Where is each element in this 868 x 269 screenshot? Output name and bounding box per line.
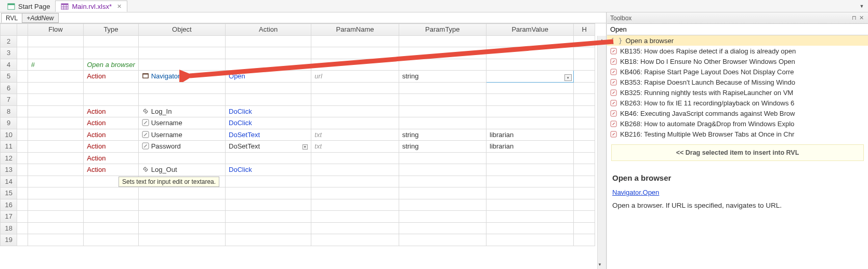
table-row: 17 [1,211,595,223]
cell-paramvalue-active[interactable]: ▾ [486,71,574,83]
cell-paramvalue[interactable]: librarian [486,141,574,153]
toolbox-item-selected[interactable]: { } Open a browser [607,35,868,46]
table-row: 13 Action Log_Out DoClick [1,164,595,176]
col-object[interactable]: Object [138,24,225,36]
kb-icon [610,110,617,117]
cell-action[interactable]: DoSetText [226,129,311,141]
dropdown-icon[interactable]: ▾ [303,144,308,150]
svg-rect-3 [61,3,68,5]
cell-object[interactable]: Password [138,141,225,153]
svg-rect-1 [8,3,15,5]
toolbox-panel: Toolbox ⊓ ✕ { } Open a browser KB135: Ho… [607,12,868,269]
cell-object[interactable]: Navigator [138,71,225,83]
col-paramvalue[interactable]: ParamValue [486,24,574,36]
cell-paramtype[interactable]: string [399,141,486,153]
tooltip: Sets text for input edit or textarea. [119,177,219,187]
table-row: 3 [1,47,595,59]
cell-type[interactable]: Action [84,152,138,164]
table-row: 18 [1,222,595,234]
cell-type[interactable]: Action [84,117,138,129]
cell-paramname[interactable]: txt [311,141,399,153]
table-row: 16 [1,199,595,211]
table-row: 7 [1,94,595,106]
kb-icon [610,79,617,86]
toolbox-item[interactable]: KB268: How to automate Drag&Drop from Wi… [607,118,868,129]
kb-icon [610,69,617,75]
toolbox-item[interactable]: KB46: Executing JavaScript commands agai… [607,108,868,118]
toolbox-item[interactable]: KB325: Running nightly tests with Rapise… [607,87,868,98]
col-flow[interactable]: Flow [28,24,84,36]
kb-icon [610,131,617,138]
pin-icon[interactable]: ⊓ [850,15,858,21]
cell-object[interactable]: Log_Out [138,164,225,176]
cell-type[interactable]: Action [84,164,138,176]
cell-comment[interactable]: Open a browser [84,59,138,71]
doc-body: Open a browser. If URL is specified, nav… [612,201,863,209]
table-row: 4 # Open a browser [1,59,595,71]
cell-flow-hash[interactable]: # [28,59,84,71]
toolbox-item[interactable]: KB18: How Do I Ensure No Other Browser W… [607,56,868,66]
col-paramname[interactable]: ParamName [311,24,399,36]
toolbox-title: Toolbox [610,15,632,22]
toolbox-item[interactable]: KB263: How to fix IE 11 recording/playba… [607,98,868,108]
toolbox-search-input[interactable] [607,24,868,35]
cell-object[interactable]: Username [138,129,225,141]
table-row: 8 Action Log_In DoClick [1,105,595,117]
rvl-grid[interactable]: Flow Type Object Action ParamName ParamT… [0,23,606,269]
link-icon [142,107,149,115]
table-row: 19 [1,234,595,246]
close-icon[interactable]: ✕ [117,3,122,10]
tab-rvl[interactable]: RVL [1,13,22,23]
cell-paramtype[interactable]: string [399,129,486,141]
scroll-down-icon[interactable]: ▼ [598,260,602,269]
table-row: 11 Action Password DoSetText▾ txt string… [1,141,595,153]
cell-type[interactable]: Action [84,105,138,117]
cell-action[interactable]: DoSetText▾ [226,141,311,153]
tab-main-file[interactable]: Main.rvl.xlsx* ✕ [55,1,127,12]
scroll-up-icon[interactable]: ▲ [598,36,606,45]
table-row: 12 Action [1,152,595,164]
grid-scrollbar[interactable]: ▲ ▼ [597,36,606,269]
cell-paramname[interactable]: url [311,71,399,83]
toolbox-item[interactable]: KB353: Rapise Doesn't Launch Because of … [607,77,868,87]
table-row: 2 [1,35,595,47]
doc-link[interactable]: Navigator.Open [612,189,659,196]
close-icon[interactable]: ✕ [858,15,865,21]
cell-paramvalue[interactable]: librarian [486,129,574,141]
cell-type[interactable]: Action [84,141,138,153]
edit-icon [142,131,149,138]
sheet-tabs: RVL +AddNew [0,12,606,23]
table-row: 15 [1,187,595,199]
kb-icon [610,48,617,55]
tab-start-page[interactable]: Start Page [2,1,55,12]
kb-icon [610,120,617,127]
cell-action[interactable]: DoClick [226,117,311,129]
cell-object[interactable]: Username [138,117,225,129]
cell-action[interactable]: Open [226,71,311,83]
toolbox-item[interactable]: KB135: How does Rapise detect if a dialo… [607,46,868,56]
col-action[interactable]: Action [226,24,311,36]
doc-title: Open a browser [612,173,863,182]
tab-add-new[interactable]: +AddNew [22,13,58,23]
cell-object[interactable]: Log_In [138,105,225,117]
toolbox-item[interactable]: KB216: Testing Multiple Web Browser Tabs… [607,129,868,139]
cell-action[interactable]: DoClick [226,164,311,176]
kb-icon [610,58,617,65]
col-type[interactable]: Type [84,24,138,36]
table-row: 6 [1,82,595,94]
cell-paramname[interactable]: txt [311,129,399,141]
cell-type[interactable]: Action [84,71,138,83]
tab-overflow-button[interactable]: ▼ [858,2,866,10]
toolbox-list: { } Open a browser KB135: How does Rapis… [607,35,868,139]
cell-action[interactable]: DoClick [226,105,311,117]
cell-type[interactable]: Action [84,129,138,141]
toolbox-item[interactable]: KB406: Rapise Start Page Layout Does Not… [607,66,868,77]
kb-icon [610,89,617,96]
dropdown-icon[interactable]: ▾ [564,74,572,81]
link-icon [142,166,149,173]
col-h[interactable]: H [574,24,595,36]
start-page-icon [7,3,15,10]
cell-paramtype[interactable]: string [399,71,486,83]
navigator-icon [142,72,149,79]
col-paramtype[interactable]: ParamType [399,24,486,36]
